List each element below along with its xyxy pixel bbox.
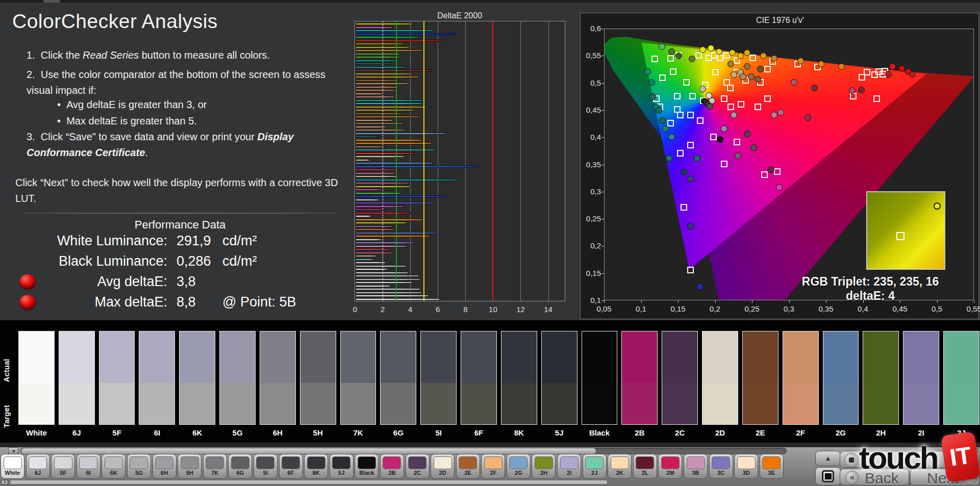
comparator-swatch[interactable]: 2J xyxy=(943,331,979,437)
deltae-readout: deltaE: 4 xyxy=(784,289,957,303)
color-select-button[interactable]: 2B xyxy=(380,454,404,479)
color-select-button[interactable]: 2L xyxy=(633,454,657,479)
comparator-swatch[interactable]: 8K xyxy=(501,331,537,437)
color-select-button[interactable]: 6J xyxy=(26,454,50,479)
color-button-label: 6F xyxy=(280,470,303,476)
comparator-swatch[interactable]: 6K xyxy=(179,331,215,437)
color-select-button[interactable]: 6F xyxy=(279,454,303,479)
deltae-bar xyxy=(356,288,420,290)
color-select-button[interactable]: 2F xyxy=(481,454,505,479)
cie-measured-dot xyxy=(648,79,655,86)
comparator-swatch[interactable]: 2B xyxy=(621,331,658,437)
comparator-swatch[interactable]: White xyxy=(18,331,55,437)
color-button-label: 2B xyxy=(381,470,404,476)
comparator-swatch[interactable]: 6F xyxy=(461,331,497,437)
color-select-button[interactable]: White xyxy=(1,454,24,479)
color-select-button[interactable]: 6H xyxy=(153,454,177,479)
swatch-target-color xyxy=(501,383,537,424)
comparator-swatch[interactable]: 5F xyxy=(99,331,135,437)
comparator-swatch[interactable]: 6G xyxy=(380,331,416,437)
color-select-button[interactable]: 7K xyxy=(203,454,227,479)
comparator-swatch[interactable]: 5G xyxy=(219,331,256,437)
pager-up-button[interactable]: ▲ xyxy=(815,451,841,466)
touchit-logo: touch IT xyxy=(859,431,980,486)
deltae-bar xyxy=(356,119,393,121)
comparator-swatch[interactable]: 6I xyxy=(139,331,175,437)
swatch-rect xyxy=(662,331,698,425)
color-chip xyxy=(181,456,199,469)
cie-y-tick xyxy=(601,273,604,274)
cie-y-tick-label: 0,1 xyxy=(581,296,601,304)
color-select-button[interactable]: 2I xyxy=(557,454,581,479)
bullet-max-deltae: • Max deltaE is greater than 5. xyxy=(57,113,197,129)
rgb-triplet-readout: RGB Triplet: 235, 235, 16 xyxy=(784,275,957,289)
swatch-actual-color xyxy=(863,331,898,383)
color-select-button[interactable]: 3E xyxy=(760,454,784,479)
color-button-label: 6I xyxy=(77,470,100,476)
comparator-swatch[interactable]: 2D xyxy=(702,331,738,437)
comparator-swatch[interactable]: 2G xyxy=(823,331,859,437)
swatch-rect xyxy=(863,331,899,425)
color-select-button[interactable]: 3C xyxy=(709,454,733,479)
swatch-actual-color xyxy=(220,331,255,383)
color-select-button[interactable]: 5I xyxy=(254,454,278,479)
color-select-button[interactable]: 5F xyxy=(51,454,75,479)
color-select-button[interactable]: 6G xyxy=(228,454,252,479)
comparator-swatch[interactable]: 5I xyxy=(420,331,457,437)
scrollbar-thumb[interactable] xyxy=(21,448,596,454)
cie-target-square xyxy=(764,66,771,72)
color-select-button[interactable]: 3D xyxy=(734,454,758,479)
deltae-bar xyxy=(356,295,429,297)
comparator-swatch[interactable]: 2C xyxy=(662,331,698,437)
color-select-button[interactable]: 3B xyxy=(684,454,708,479)
comparator-swatch[interactable]: 6H xyxy=(260,331,296,437)
comparator-swatch[interactable]: 2I xyxy=(903,331,939,437)
cie-target-square xyxy=(689,93,696,99)
deltae-bar xyxy=(356,278,420,280)
deltae-bar xyxy=(356,169,398,171)
deltae-bar xyxy=(356,159,369,161)
comparator-swatch[interactable]: 6J xyxy=(59,331,95,437)
color-select-button[interactable]: 2J xyxy=(583,454,607,479)
comparator-swatch[interactable]: 2E xyxy=(742,331,778,437)
color-select-button[interactable]: 6K xyxy=(102,454,125,479)
cie-target-square xyxy=(674,93,681,99)
deltae-bar xyxy=(356,282,412,284)
mini-scrollbar-thumb[interactable] xyxy=(10,480,607,484)
scrollbar-left-arrow[interactable]: ◄ xyxy=(8,447,18,454)
cie-measured-dot xyxy=(737,53,744,59)
swatch-actual-color xyxy=(461,331,496,383)
color-select-button[interactable]: 6I xyxy=(77,454,100,479)
cie-measured-dot xyxy=(776,184,783,191)
color-select-button[interactable]: 2C xyxy=(406,454,430,479)
swatch-rect xyxy=(742,331,778,425)
color-select-button[interactable]: 5G xyxy=(127,454,151,479)
comparator-swatch[interactable]: Black xyxy=(582,331,618,437)
color-select-button[interactable]: 5J xyxy=(330,454,354,479)
mini-scrollbar-arrow[interactable]: ◄ xyxy=(1,480,8,484)
color-select-button[interactable]: 2E xyxy=(456,454,480,479)
comparator-swatch[interactable]: 2H xyxy=(863,331,899,437)
comparator-swatch[interactable]: 5J xyxy=(541,331,577,437)
status-red-dot xyxy=(19,295,36,310)
comparator-swatch[interactable]: 2F xyxy=(783,331,819,437)
swatch-actual-color xyxy=(139,331,174,383)
cie-measured-dot xyxy=(727,61,734,67)
cie-y-tick xyxy=(601,192,604,192)
color-select-button[interactable]: 2D xyxy=(431,454,455,479)
cie-measured-dot xyxy=(889,63,896,70)
color-select-button[interactable]: Black xyxy=(355,454,379,479)
color-select-button[interactable]: 8K xyxy=(304,454,328,479)
color-select-button[interactable]: 2H xyxy=(532,454,556,479)
comparator-swatch[interactable]: 7K xyxy=(340,331,376,437)
color-select-button[interactable]: 2M xyxy=(658,454,682,479)
swatch-rect xyxy=(99,331,135,425)
swatch-rect xyxy=(420,331,457,425)
pager-stop-button[interactable] xyxy=(815,467,841,485)
color-select-button[interactable]: 2K xyxy=(608,454,632,479)
color-select-button[interactable]: 5H xyxy=(178,454,202,479)
cie-measured-dot xyxy=(777,109,784,116)
comparator-swatch[interactable]: 5H xyxy=(300,331,336,437)
color-select-button[interactable]: 2G xyxy=(507,454,531,479)
cie-measured-dot xyxy=(687,175,694,182)
